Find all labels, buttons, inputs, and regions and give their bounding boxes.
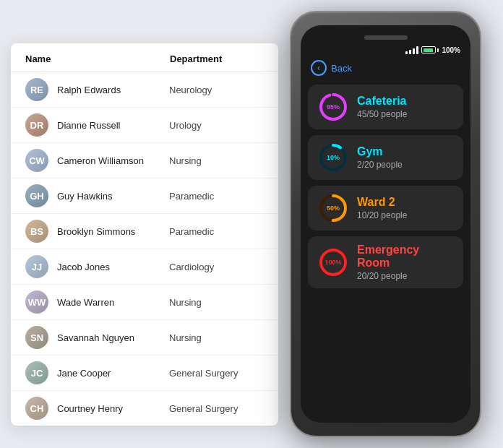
back-label: Back: [331, 63, 352, 74]
room-info-cafeteria: Cafeteria 45/50 people: [357, 95, 453, 119]
person-name: Wade Warren: [57, 297, 169, 308]
room-card-cafeteria[interactable]: 95% Cafeteria 45/50 people: [308, 85, 463, 129]
room-info-ward2: Ward 2 10/20 people: [357, 196, 453, 220]
back-button[interactable]: ‹ Back: [301, 57, 470, 85]
ring-label-emergency: 100%: [324, 259, 341, 266]
room-card-ward2[interactable]: 50% Ward 2 10/20 people: [308, 186, 463, 231]
progress-ring-ward2: 50%: [318, 193, 348, 223]
room-card-emergency[interactable]: 100% Emergency Room 20/20 people: [308, 236, 463, 288]
avatar: DR: [25, 113, 48, 137]
room-name-emergency: Emergency Room: [357, 244, 453, 270]
table-row[interactable]: CW Cameron Williamson Nursing: [11, 143, 278, 178]
avatar: WW: [25, 290, 48, 314]
person-department: Urology: [169, 120, 202, 131]
battery-percentage: 100%: [442, 46, 460, 54]
person-name: Brooklyn Simmons: [57, 226, 169, 237]
battery-icon: [421, 46, 439, 53]
notch: [364, 35, 408, 40]
avatar: SN: [25, 326, 48, 349]
person-department: General Surgery: [169, 403, 238, 414]
table-row[interactable]: DR Dianne Russell Urology: [11, 108, 278, 143]
person-name: Courtney Henry: [57, 403, 169, 414]
table-header: Name Department: [11, 43, 278, 72]
progress-ring-cafeteria: 95%: [318, 92, 348, 122]
avatar: GH: [25, 184, 48, 207]
table-row[interactable]: SN Savannah Nguyen Nursing: [11, 320, 278, 356]
back-circle-icon: ‹: [311, 60, 327, 76]
avatar: CH: [25, 397, 48, 420]
mobile-device: 100% ‹ Back 95% Cafeteria 45/50 people: [290, 11, 481, 437]
col-dept-header: Department: [170, 53, 222, 64]
avatar: JC: [25, 361, 48, 384]
person-department: Nursing: [169, 297, 202, 308]
room-name-ward2: Ward 2: [357, 196, 453, 209]
person-department: Paramedic: [169, 226, 214, 237]
room-people-emergency: 20/20 people: [357, 271, 453, 281]
table-row[interactable]: BS Brooklyn Simmons Paramedic: [11, 214, 278, 249]
person-department: General Surgery: [169, 368, 238, 379]
rooms-list: 95% Cafeteria 45/50 people 10% Gym 2/20 …: [301, 85, 470, 288]
person-name: Jane Cooper: [57, 368, 169, 379]
table-row[interactable]: JJ Jacob Jones Cardiology: [11, 249, 278, 285]
staff-table: Name Department RE Ralph Edwards Neurolo…: [11, 43, 278, 426]
progress-ring-emergency: 100%: [318, 247, 348, 277]
room-people-ward2: 10/20 people: [357, 210, 453, 220]
person-department: Neurology: [169, 85, 212, 95]
person-name: Guy Hawkins: [57, 191, 169, 202]
col-name-header: Name: [25, 53, 170, 64]
ring-label-gym: 10%: [327, 154, 340, 161]
signal-icon: [405, 46, 418, 54]
table-body: RE Ralph Edwards Neurology DR Dianne Rus…: [11, 72, 278, 426]
table-row[interactable]: GH Guy Hawkins Paramedic: [11, 178, 278, 214]
person-name: Cameron Williamson: [57, 155, 169, 166]
progress-ring-gym: 10%: [318, 142, 348, 173]
device-screen: 100% ‹ Back 95% Cafeteria 45/50 people: [301, 25, 470, 423]
table-row[interactable]: CH Courtney Henry General Surgery: [11, 391, 278, 426]
person-department: Nursing: [169, 332, 202, 343]
person-name: Dianne Russell: [57, 120, 169, 131]
table-row[interactable]: JC Jane Cooper General Surgery: [11, 356, 278, 391]
status-bar: 100%: [301, 25, 470, 57]
back-arrow-icon: ‹: [317, 64, 320, 72]
room-name-cafeteria: Cafeteria: [357, 95, 453, 108]
person-department: Nursing: [169, 155, 202, 166]
room-info-gym: Gym 2/20 people: [357, 145, 453, 170]
room-name-gym: Gym: [357, 145, 453, 158]
avatar: RE: [25, 78, 48, 101]
avatar: JJ: [25, 255, 48, 278]
person-name: Savannah Nguyen: [57, 332, 169, 343]
room-people-gym: 2/20 people: [357, 160, 453, 170]
ring-label-ward2: 50%: [327, 204, 340, 212]
table-row[interactable]: WW Wade Warren Nursing: [11, 285, 278, 320]
person-department: Paramedic: [169, 191, 214, 202]
avatar: CW: [25, 149, 48, 172]
person-name: Ralph Edwards: [57, 85, 169, 95]
room-people-cafeteria: 45/50 people: [357, 109, 453, 119]
person-department: Cardiology: [169, 262, 214, 272]
table-row[interactable]: RE Ralph Edwards Neurology: [11, 72, 278, 108]
ring-label-cafeteria: 95%: [327, 103, 340, 111]
room-info-emergency: Emergency Room 20/20 people: [357, 244, 453, 281]
person-name: Jacob Jones: [57, 262, 169, 272]
room-card-gym[interactable]: 10% Gym 2/20 people: [308, 135, 463, 180]
avatar: BS: [25, 220, 48, 243]
